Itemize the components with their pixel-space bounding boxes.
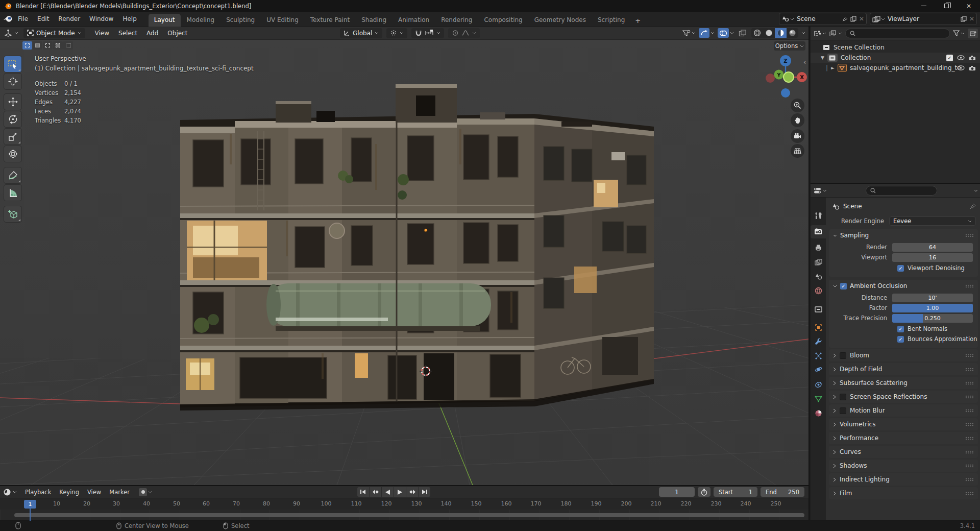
blender-logo-icon[interactable]	[3, 15, 13, 22]
collection-checkbox[interactable]: ✓	[946, 55, 953, 61]
close-button[interactable]: ✕	[958, 0, 980, 12]
remove-icon[interactable]: ✕	[969, 15, 974, 22]
drag-handle-icon[interactable]	[965, 368, 974, 371]
topbar-menu[interactable]: Help	[118, 13, 141, 25]
select-mode-extend[interactable]	[33, 41, 42, 50]
tab-modifiers[interactable]	[811, 334, 826, 348]
drag-handle-icon[interactable]	[965, 354, 974, 357]
workspace-tab[interactable]: Rendering	[435, 14, 478, 27]
ambient-occlusion-header[interactable]: Ambient Occlusion	[829, 280, 978, 292]
editor-type-button[interactable]	[4, 29, 18, 37]
current-frame-field[interactable]: 1	[659, 487, 695, 497]
scene-selector[interactable]: Scene ✕	[779, 13, 867, 25]
topbar-menu[interactable]: File	[13, 13, 33, 25]
workspace-tab[interactable]: Compositing	[478, 14, 528, 27]
tool-transform[interactable]	[4, 146, 21, 162]
tool-select-box[interactable]	[4, 56, 21, 72]
collapsed-panel[interactable]: Motion Blur	[829, 404, 978, 417]
proportional-editing-button[interactable]	[448, 28, 480, 38]
camera-view-button[interactable]	[791, 129, 804, 143]
outliner-row-scene-collection[interactable]: Scene Collection	[811, 42, 980, 53]
xray-toggle[interactable]	[737, 28, 748, 38]
start-frame-field[interactable]: Start1	[714, 487, 757, 497]
drag-handle-icon[interactable]	[965, 450, 974, 454]
gizmo-neg-y-axis[interactable]	[783, 72, 794, 82]
tab-view-layer[interactable]	[811, 255, 826, 269]
use-preview-range-button[interactable]	[698, 487, 710, 497]
tab-physics[interactable]	[811, 363, 826, 376]
workspace-tab[interactable]: Animation	[393, 14, 435, 27]
hide-eye-icon[interactable]	[957, 55, 965, 60]
viewport-menu[interactable]: View	[90, 28, 114, 38]
show-gizmo-toggle[interactable]	[699, 28, 709, 38]
tool-move[interactable]	[4, 94, 21, 110]
copy-icon[interactable]	[850, 16, 856, 22]
collapsed-panel[interactable]: Performance	[829, 432, 978, 444]
next-keyframe-button[interactable]	[406, 487, 418, 497]
expand-arrow-icon[interactable]: ▼	[811, 55, 824, 60]
pivot-point-button[interactable]	[386, 28, 407, 38]
pan-hand-button[interactable]	[791, 113, 804, 127]
drag-handle-icon[interactable]	[965, 395, 974, 399]
object-visibility-button[interactable]	[682, 30, 696, 37]
current-frame-indicator[interactable]: 1	[24, 500, 36, 509]
tool-measure[interactable]	[4, 185, 21, 201]
workspace-tab[interactable]: Sculpting	[220, 14, 260, 27]
viewport-menu[interactable]: Object	[163, 28, 192, 38]
show-overlays-toggle[interactable]	[718, 28, 729, 38]
options-button[interactable]: Options	[774, 41, 805, 51]
outliner-search[interactable]	[845, 29, 950, 38]
mode-selector[interactable]: Object Mode	[23, 28, 85, 38]
shading-solid-button[interactable]	[763, 28, 775, 38]
viewport-menu[interactable]: Select	[114, 28, 142, 38]
properties-search[interactable]	[866, 186, 937, 196]
outliner-display-mode-button[interactable]	[829, 30, 842, 37]
copy-icon[interactable]	[961, 16, 967, 22]
tab-render[interactable]	[811, 225, 826, 238]
workspace-tab[interactable]: Modeling	[181, 14, 220, 27]
checkbox-unchecked[interactable]	[840, 407, 846, 414]
timeline-menu[interactable]: Marker	[105, 487, 134, 497]
collapsed-panel[interactable]: Film	[829, 487, 978, 499]
checkbox-checked[interactable]	[897, 326, 904, 332]
play-reverse-button[interactable]	[382, 487, 394, 497]
outliner-search-input[interactable]	[858, 30, 909, 36]
tab-world[interactable]	[811, 284, 826, 297]
tab-collection-props[interactable]	[811, 303, 826, 316]
timeline-menu[interactable]: View	[83, 487, 105, 497]
collapsed-panel[interactable]: Volumetrics	[829, 418, 978, 430]
tab-tool[interactable]	[811, 209, 826, 222]
drag-handle-icon[interactable]	[965, 464, 974, 468]
viewport-3d[interactable]: Object Mode View Select Add Object Globa…	[0, 27, 808, 485]
tab-material[interactable]	[811, 406, 826, 420]
collapsed-panel[interactable]: Screen Space Reflections	[829, 391, 978, 403]
checkbox-checked[interactable]	[840, 283, 847, 289]
timeline-ruler[interactable]: 10 20 30 40 50 60 70 80 90 100 110	[0, 498, 808, 510]
workspace-tab[interactable]: Texture Paint	[305, 14, 355, 27]
collapsed-panel[interactable]: Shadows	[829, 460, 978, 472]
tab-particles[interactable]	[811, 349, 826, 362]
gizmo-neg-z-axis[interactable]	[781, 88, 790, 98]
properties-editor-type-button[interactable]	[814, 187, 827, 194]
play-button[interactable]	[394, 487, 406, 497]
viewlayer-selector[interactable]: ViewLayer ✕	[870, 13, 977, 25]
navigation-gizmo[interactable]: Z Y X	[762, 53, 808, 104]
disable-render-camera-icon[interactable]	[969, 65, 976, 71]
properties-search-input[interactable]	[878, 187, 929, 194]
collapsed-panel[interactable]: Depth of Field	[829, 363, 978, 375]
auto-keying-button[interactable]	[135, 487, 156, 498]
outliner-row-mesh-object[interactable]: | ► salvagepunk_apartment_building_te	[811, 63, 980, 73]
tool-rotate[interactable]	[4, 111, 21, 127]
end-frame-field[interactable]: End250	[761, 487, 804, 497]
tab-object-data[interactable]	[811, 392, 826, 405]
workspace-tab[interactable]: Layout	[149, 14, 181, 27]
select-mode-subtract[interactable]	[43, 41, 53, 50]
workspace-tab[interactable]: Shading	[356, 14, 392, 27]
topbar-menu[interactable]: Window	[85, 13, 118, 25]
drag-handle-icon[interactable]	[965, 234, 974, 237]
tool-cursor[interactable]	[4, 74, 21, 89]
outliner-filter-button[interactable]	[953, 30, 965, 36]
checkbox-checked[interactable]	[897, 336, 904, 343]
drag-handle-icon[interactable]	[965, 423, 974, 426]
select-mode-intersect[interactable]	[63, 41, 73, 50]
